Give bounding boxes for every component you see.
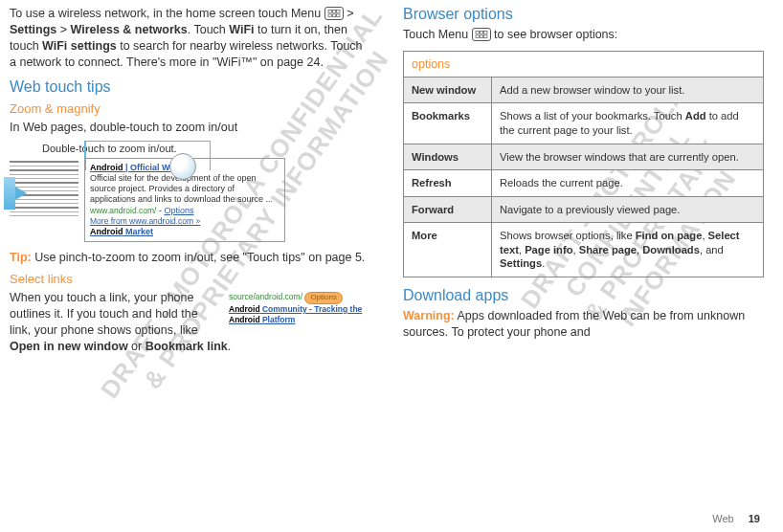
table-row: BookmarksShows a list of your bookmarks.… xyxy=(404,103,764,144)
zoom-arrow-icon xyxy=(4,177,15,210)
heading-web-touch-tips: Web touch tips xyxy=(10,78,370,96)
left-column: To use a wireless network, in the home s… xyxy=(10,6,370,361)
options-table-header: options xyxy=(404,51,764,77)
heading-zoom-magnify: Zoom & magnify xyxy=(10,101,370,116)
tip-text: Tip: Use pinch-to-zoom to zoom in/out, s… xyxy=(10,250,370,266)
options-table: options New windowAdd a new browser wind… xyxy=(403,51,764,277)
link-example: source/android.com/ Options Android Comm… xyxy=(229,292,370,324)
svg-rect-1 xyxy=(332,10,335,12)
right-column: Browser options Touch Menu to see browse… xyxy=(403,6,764,361)
zoom-text: In Web pages, double-touch to zoom in/ou… xyxy=(10,120,370,136)
svg-rect-6 xyxy=(476,31,479,33)
table-row: WindowsView the browser windows that are… xyxy=(404,144,764,170)
svg-rect-4 xyxy=(332,14,335,17)
heading-browser-options: Browser options xyxy=(403,6,764,23)
magnifier-icon xyxy=(169,153,196,180)
search-result-card: Android | Official Website Official site… xyxy=(84,158,285,243)
svg-rect-10 xyxy=(480,35,482,38)
heading-select-links: Select links xyxy=(10,272,370,286)
svg-rect-8 xyxy=(483,31,486,33)
svg-rect-0 xyxy=(328,10,331,12)
svg-rect-3 xyxy=(328,14,331,17)
menu-icon xyxy=(472,28,491,41)
heading-download-apps: Download apps xyxy=(403,287,764,304)
svg-rect-9 xyxy=(476,35,479,38)
table-row: RefreshReloads the current page. xyxy=(404,170,764,197)
table-row: New windowAdd a new browser window to yo… xyxy=(404,77,764,103)
warning-text: Warning: Apps downloaded from the Web ca… xyxy=(403,308,764,341)
zoom-diagram: Android | Official Website Official site… xyxy=(10,158,370,243)
table-row: MoreShows browser options, like Find on … xyxy=(404,223,764,277)
page-footer: Web 19 xyxy=(712,513,760,524)
intro-paragraph: To use a wireless network, in the home s… xyxy=(10,6,370,71)
svg-rect-2 xyxy=(336,10,339,12)
footer-section: Web xyxy=(712,513,733,524)
table-row: ForwardNavigate to a previously viewed p… xyxy=(404,196,764,223)
footer-page: 19 xyxy=(749,513,760,524)
menu-icon xyxy=(324,7,344,20)
svg-rect-7 xyxy=(480,31,482,33)
svg-rect-5 xyxy=(336,14,339,17)
svg-rect-11 xyxy=(483,35,486,38)
browser-menu-text: Touch Menu to see browser options: xyxy=(403,27,764,43)
